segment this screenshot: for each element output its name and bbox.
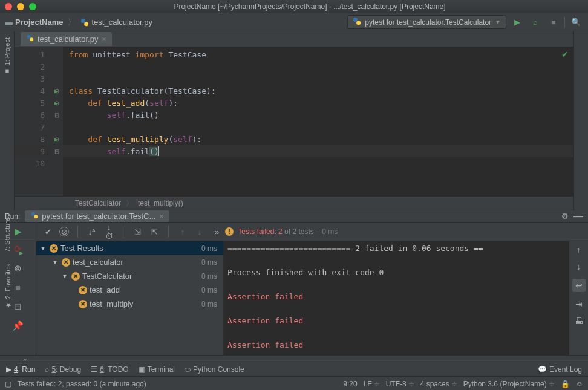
console-output[interactable]: ========================== 2 failed in 0…	[224, 241, 569, 355]
close-window-button[interactable]	[5, 3, 12, 10]
line-number[interactable]: 8▶	[15, 133, 51, 145]
maximize-window-button[interactable]	[29, 3, 36, 10]
line-number[interactable]: 1	[15, 48, 51, 60]
cursor-position[interactable]: 9:20	[343, 380, 357, 388]
tree-module[interactable]: ▼ ✕ test_calculator 0 ms	[36, 255, 223, 269]
breadcrumb-method[interactable]: test_multiply()	[138, 199, 183, 207]
indent-selector[interactable]: 4 spaces≑	[420, 380, 457, 388]
layout-button[interactable]: ⊟	[14, 301, 22, 312]
play-icon: ▶	[514, 18, 520, 27]
stop-button[interactable]: ■	[546, 15, 561, 30]
line-number[interactable]: 3	[15, 73, 51, 85]
scroll-to-end-button[interactable]: ⇥	[575, 299, 583, 309]
editor-tab-test-calculator[interactable]: test_calculator.py ×	[21, 32, 112, 46]
encoding-selector[interactable]: UTF-8≑	[386, 380, 414, 388]
debug-button[interactable]: ⌕	[528, 15, 543, 30]
debug-tool-window-button[interactable]: ⌕5: Debug	[45, 365, 81, 374]
editor-tabs: test_calculator.py ×	[15, 31, 573, 47]
collapse-icon[interactable]: ▼	[40, 245, 47, 252]
console-error-line: Assertion failed	[227, 340, 565, 353]
up-icon[interactable]: ↑	[577, 245, 581, 255]
close-tab-button[interactable]: ×	[159, 212, 163, 221]
rerun-button[interactable]: ▶	[15, 226, 22, 237]
fold-icon[interactable]: ⊟	[51, 145, 63, 157]
interpreter-selector[interactable]: Python 3.6 (ProjectName)≑	[463, 380, 555, 388]
lock-icon[interactable]: 🔒	[561, 380, 570, 388]
fold-icon[interactable]: ⊟	[51, 109, 63, 121]
close-tab-button[interactable]: ×	[102, 35, 106, 44]
rerun-failed-button[interactable]: ⟳▶	[14, 244, 22, 255]
todo-tool-window-button[interactable]: ☰6: TODO	[91, 365, 129, 374]
collapse-icon[interactable]: ▼	[62, 273, 69, 279]
run-tool-window: Run: pytest for test_calculator.TestC...…	[0, 210, 588, 362]
tree-test[interactable]: ✕ test_add 0 ms	[36, 283, 223, 297]
soft-wrap-button[interactable]: ↩	[572, 279, 586, 292]
show-ignored-button[interactable]: ⊘	[59, 227, 69, 236]
run-test-gutter-icon[interactable]: ▶	[54, 136, 58, 143]
tool-windows-icon[interactable]: ▢	[5, 380, 11, 388]
project-tool-window-button[interactable]: ■1: Project	[4, 37, 11, 75]
svg-point-0	[81, 18, 85, 22]
tree-root[interactable]: ▼ ✕ Test Results 0 ms	[36, 241, 223, 255]
line-number[interactable]: 4▶	[15, 85, 51, 97]
svg-point-2	[353, 18, 358, 22]
search-everywhere-button[interactable]: 🔍	[569, 15, 583, 30]
hector-icon[interactable]: ☺	[576, 380, 583, 388]
search-icon: 🔍	[571, 18, 581, 27]
code-content[interactable]: from unittest import TestCase class Test…	[63, 47, 573, 196]
tree-duration: 0 ms	[201, 286, 223, 294]
collapse-all-button[interactable]: ⇱	[149, 227, 160, 236]
more-options-button[interactable]: »	[215, 227, 219, 236]
run-button[interactable]: ▶	[510, 15, 524, 30]
python-console-tool-window-button[interactable]: ⬭Python Console	[185, 365, 244, 374]
tree-class[interactable]: ▼ ✕ TestCalculator 0 ms	[36, 269, 223, 283]
line-number[interactable]: 2	[15, 60, 51, 73]
sort-alphabetically-button[interactable]: ↓ᴬ	[87, 227, 97, 236]
previous-failed-button[interactable]: ↑	[177, 227, 188, 236]
terminal-tool-window-button[interactable]: ▣Terminal	[139, 365, 175, 374]
line-separator-selector[interactable]: LF≑	[364, 380, 380, 388]
next-failed-button[interactable]: ↓	[194, 227, 205, 236]
line-number[interactable]: 5▶	[15, 97, 51, 109]
run-tab-label: pytest for test_calculator.TestC...	[42, 212, 155, 221]
minimize-window-button[interactable]	[17, 3, 24, 10]
collapse-icon[interactable]: ▼	[52, 259, 59, 265]
breadcrumb-project[interactable]: ▬ ProjectName	[5, 18, 63, 27]
show-passed-button[interactable]: ✔	[42, 227, 53, 236]
structure-tool-window-button[interactable]: 7: Structure	[4, 218, 11, 252]
favorites-tool-window-button[interactable]: ★2: Favorites	[4, 264, 11, 309]
expand-all-button[interactable]: ⇲	[132, 227, 143, 236]
test-results-tree[interactable]: ▼ ✕ Test Results 0 ms ▼ ✕ test_calculato…	[36, 241, 224, 355]
toggle-auto-test-button[interactable]: ⊚	[14, 263, 22, 274]
gear-icon[interactable]: ⚙	[561, 212, 569, 221]
line-number[interactable]: 6	[15, 109, 51, 121]
run-tool-window-button[interactable]: ▶44: Run: Run	[6, 365, 35, 374]
sort-by-duration-button[interactable]: ↓⏱	[103, 223, 114, 241]
tree-duration: 0 ms	[201, 244, 223, 253]
down-icon[interactable]: ↓	[577, 262, 581, 271]
test-status-summary: ! Tests failed: 2 of 2 tests – 0 ms	[225, 227, 338, 236]
tree-test[interactable]: ✕ test_multiply 0 ms	[36, 297, 223, 311]
run-test-gutter-icon[interactable]: ▶	[54, 88, 58, 94]
line-number[interactable]: 9	[15, 145, 51, 157]
run-test-gutter-icon[interactable]: ▶	[54, 100, 58, 106]
chevron-right-icon: 〉	[126, 198, 133, 209]
hide-panel-button[interactable]: —	[573, 211, 583, 222]
breadcrumb-file[interactable]: test_calculator.py	[80, 18, 152, 27]
pin-button[interactable]: 📌	[12, 320, 24, 331]
speech-bubble-icon: 💬	[538, 365, 547, 374]
code-editor[interactable]: 1 2 3 4▶ 5▶ 6 7 8▶ 9 10 ⊖ ⊖ ⊟ ⊖ ⊟	[15, 47, 573, 196]
event-log-button[interactable]: 💬Event Log	[538, 365, 582, 374]
line-number[interactable]: 10	[15, 157, 51, 169]
run-config-label: pytest for test_calculator.TestCalculato…	[365, 18, 491, 27]
tests-duration: – 0 ms	[316, 227, 338, 236]
stop-button[interactable]: ■	[15, 282, 21, 293]
inspection-ok-icon[interactable]: ✔	[561, 50, 569, 59]
run-tab[interactable]: pytest for test_calculator.TestC... ×	[25, 210, 169, 222]
expand-chevron-button[interactable]: »	[23, 356, 27, 363]
tree-duration: 0 ms	[201, 258, 223, 267]
run-configuration-selector[interactable]: pytest for test_calculator.TestCalculato…	[347, 15, 506, 29]
print-button[interactable]: 🖶	[575, 316, 583, 326]
line-number[interactable]: 7	[15, 121, 51, 133]
breadcrumb-class[interactable]: TestCalculator	[75, 199, 121, 207]
